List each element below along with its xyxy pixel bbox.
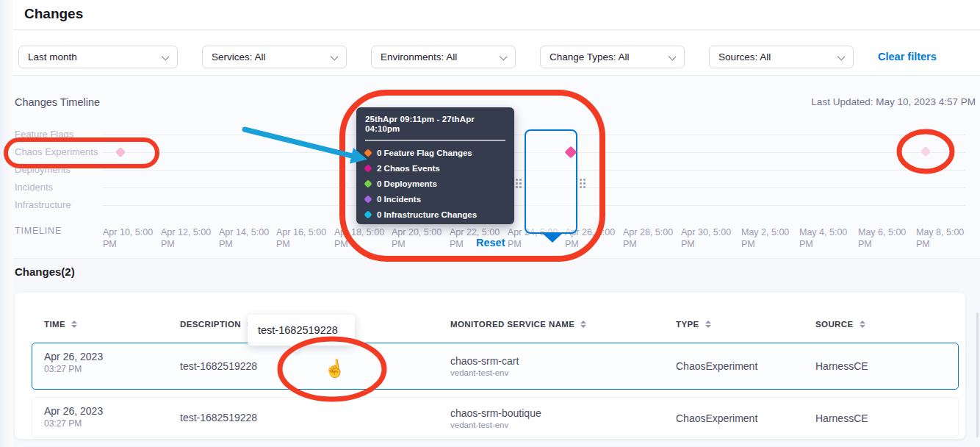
services-value: Services: All: [212, 51, 266, 62]
environments-value: Environments: All: [381, 51, 457, 62]
row1-description: test-1682519228: [180, 360, 257, 372]
axis-tick: Apr 16, 5:00PM: [276, 226, 329, 250]
incident-diamond-icon: [364, 195, 372, 203]
row1-time: 03:27 PM: [44, 364, 82, 374]
row1-service: chaos-srm-cart: [450, 355, 519, 367]
sidebar-edge: [0, 0, 13, 447]
sources-dropdown[interactable]: Sources: All: [709, 46, 854, 68]
row1-environment: vedant-test-env: [450, 368, 508, 377]
chevron-down-icon: [669, 53, 677, 61]
timeline-row-incidents: Incidents: [15, 182, 53, 193]
axis-tick: May 8, 5:00PM: [916, 226, 969, 250]
timeline-brush-selection[interactable]: [525, 129, 577, 234]
axis-tick: Apr 20, 5:00PM: [392, 226, 444, 250]
chevron-down-icon: [331, 53, 339, 61]
brush-left-handle[interactable]: [516, 179, 522, 188]
tooltip-item-chaos-events: 2 Chaos Events: [365, 165, 505, 173]
column-header-monitored-service[interactable]: MONITORED SERVICE NAME: [450, 320, 586, 329]
hand-cursor-icon: ☝: [323, 357, 346, 380]
row1-date: Apr 26, 2023: [44, 351, 103, 362]
tooltip-item-feature-flags: 0 Feature Flag Changes: [365, 149, 505, 157]
brush-bottom-pointer[interactable]: [542, 233, 563, 243]
axis-tick: Apr 28, 5:00PM: [623, 226, 676, 250]
sort-icon[interactable]: [860, 321, 865, 328]
tooltip-date-range: 25thApr 09:11pm - 27thApr 04:10pm: [365, 115, 505, 134]
column-header-description[interactable]: DESCRIPTION: [180, 320, 253, 329]
row2-source: HarnessCE: [815, 412, 868, 424]
timeline-tooltip: 25thApr 09:11pm - 27thApr 04:10pm 0 Feat…: [356, 107, 514, 224]
time-range-dropdown[interactable]: Last month: [18, 46, 178, 68]
change-types-value: Change Types: All: [550, 51, 630, 62]
axis-tick: May 6, 5:00PM: [858, 226, 911, 250]
axis-tick: Apr 30, 5:00PM: [681, 226, 734, 250]
tooltip-item-infrastructure: 0 Infrastructure Changes: [365, 211, 505, 219]
axis-tick: Apr 14, 5:00PM: [219, 226, 272, 250]
scrollbar-thumb[interactable]: [976, 312, 979, 437]
services-dropdown[interactable]: Services: All: [202, 46, 347, 68]
timeline-row-chaos-experiments: Chaos Experiments: [15, 146, 98, 157]
brush-right-handle[interactable]: [580, 179, 586, 188]
row2-date: Apr 26, 2023: [44, 405, 103, 417]
column-header-type[interactable]: TYPE: [676, 320, 711, 329]
tooltip-item-incidents: 0 Incidents: [365, 196, 505, 204]
row2-description: test-1682519228: [180, 412, 257, 423]
column-header-time[interactable]: TIME: [44, 320, 77, 329]
changes-page: Changes Last month Services: All Environ…: [0, 0, 980, 447]
top-bar: [13, 0, 980, 30]
sort-icon[interactable]: [71, 321, 77, 328]
description-tooltip: test-1682519228: [248, 315, 355, 346]
time-range-value: Last month: [28, 51, 77, 62]
row2-time: 03:27 PM: [44, 418, 82, 429]
divider: [365, 140, 505, 141]
changes-count-title: Changes(2): [15, 265, 75, 278]
chevron-down-icon: [500, 53, 508, 61]
timeline-row-infrastructure: Infrastructure: [15, 199, 71, 210]
chevron-down-icon: [837, 53, 846, 61]
deployment-diamond-icon: [364, 179, 372, 187]
divider: [365, 226, 505, 228]
page-title: Changes: [24, 6, 83, 22]
sort-icon[interactable]: [705, 321, 711, 328]
chaos-event-diamond-icon: [364, 164, 372, 172]
feature-flag-diamond-icon: [364, 149, 372, 157]
row2-environment: vedant-test-env: [450, 421, 508, 429]
clear-filters-link[interactable]: Clear filters: [878, 51, 937, 62]
timeline-row-deployments: Deployments: [15, 164, 71, 175]
sources-value: Sources: All: [718, 51, 771, 62]
environments-dropdown[interactable]: Environments: All: [371, 46, 516, 68]
axis-tick: May 2, 5:00PM: [741, 226, 794, 250]
axis-tick: Apr 12, 5:00PM: [161, 226, 214, 250]
axis-tick: Apr 10, 5:00PM: [103, 226, 156, 250]
column-header-source[interactable]: SOURCE: [815, 320, 865, 329]
reset-link[interactable]: Reset: [476, 237, 505, 248]
last-updated-label: Last Updated: May 10, 2023 4:57 PM: [811, 96, 976, 107]
infrastructure-diamond-icon: [364, 210, 372, 218]
tooltip-item-deployments: 0 Deployments: [365, 180, 505, 188]
timeline-title: Changes Timeline: [15, 96, 100, 108]
timeline-axis-label: TIMELINE: [15, 226, 62, 236]
row2-type: ChaosExperiment: [676, 412, 757, 424]
axis-tick: Apr 18, 5:00PM: [334, 226, 387, 250]
timeline-row-feature-flags: Feature Flags: [15, 129, 73, 140]
axis-tick: May 4, 5:00PM: [799, 226, 852, 250]
row2-service: chaos-srm-boutique: [450, 407, 541, 419]
chevron-down-icon: [162, 53, 170, 61]
row1-type: ChaosExperiment: [676, 360, 757, 372]
row1-source: HarnessCE: [815, 360, 868, 372]
sort-icon[interactable]: [580, 321, 586, 328]
change-types-dropdown[interactable]: Change Types: All: [540, 46, 685, 68]
